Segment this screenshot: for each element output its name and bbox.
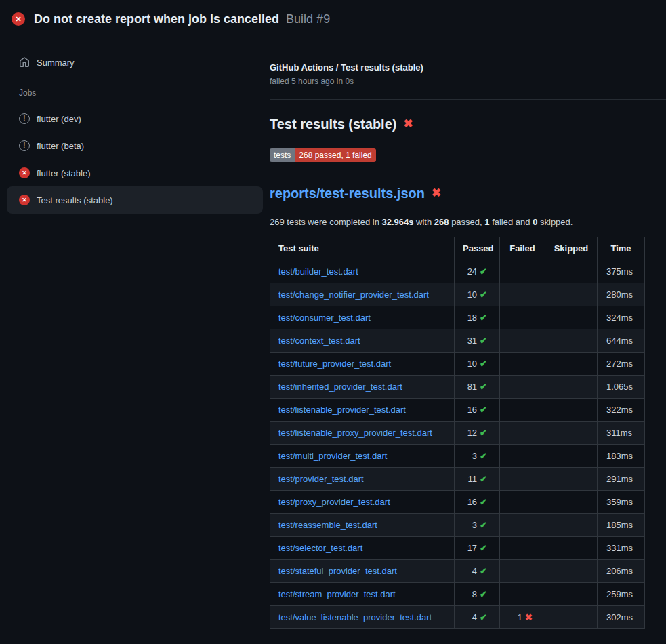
- sidebar-summary-label: Summary: [37, 58, 75, 68]
- section-title: Test results (stable) ✖: [270, 115, 666, 134]
- check-icon: ✔: [480, 474, 487, 484]
- time-cell: 359ms: [598, 491, 645, 514]
- test-suite-link[interactable]: test/selector_test.dart: [278, 543, 362, 553]
- check-icon: ✔: [480, 382, 487, 392]
- failed-cell: 1✖: [500, 606, 545, 629]
- suite-cell: test/change_notifier_provider_test.dart: [270, 283, 455, 306]
- test-suite-link[interactable]: test/context_test.dart: [278, 336, 360, 346]
- time-cell: 280ms: [598, 283, 645, 306]
- col-time: Time: [598, 237, 645, 260]
- suite-cell: test/value_listenable_provider_test.dart: [270, 606, 455, 629]
- time-cell: 291ms: [598, 468, 645, 491]
- badge-value: 268 passed, 1 failed: [295, 148, 375, 162]
- sidebar-item-flutter-dev[interactable]: ! flutter (dev): [7, 105, 263, 132]
- time-cell: 259ms: [598, 583, 645, 606]
- sidebar-item-summary[interactable]: Summary: [7, 49, 263, 76]
- test-suite-link[interactable]: test/inherited_provider_test.dart: [278, 382, 402, 392]
- build-number: Build #9: [286, 12, 330, 26]
- summary-duration: 32.964s: [381, 217, 413, 227]
- time-cell: 183ms: [598, 445, 645, 468]
- home-icon: [19, 57, 30, 68]
- test-suite-link[interactable]: test/consumer_test.dart: [278, 313, 371, 323]
- x-icon: ✖: [525, 612, 533, 622]
- test-suite-link[interactable]: test/future_provider_test.dart: [278, 359, 391, 369]
- failed-cell: [500, 422, 545, 445]
- sidebar-item-flutter-beta[interactable]: ! flutter (beta): [7, 132, 263, 159]
- summary-text: with: [413, 217, 434, 227]
- passed-cell: 31✔: [455, 329, 500, 353]
- report-file-link[interactable]: reports/test-results.json: [270, 184, 425, 203]
- test-suite-link[interactable]: test/value_listenable_provider_test.dart: [278, 612, 432, 622]
- test-suite-link[interactable]: test/stream_provider_test.dart: [278, 589, 396, 599]
- skipped-cell: [545, 399, 598, 422]
- skipped-cell: [545, 514, 598, 537]
- time-cell: 206ms: [598, 560, 645, 583]
- check-icon: ✔: [480, 313, 487, 323]
- check-icon: ✔: [480, 451, 487, 461]
- suite-cell: test/builder_test.dart: [270, 260, 455, 283]
- failed-cell: [500, 560, 545, 583]
- failed-cell: [500, 468, 545, 491]
- check-icon: ✔: [480, 566, 487, 576]
- col-skipped: Skipped: [545, 237, 598, 260]
- table-header-row: Test suite Passed Failed Skipped Time: [270, 237, 645, 260]
- passed-cell: 11✔: [455, 468, 500, 491]
- alert-circle-icon: !: [19, 140, 30, 151]
- passed-cell: 12✔: [455, 422, 500, 445]
- time-cell: 324ms: [598, 306, 645, 329]
- summary-line: 269 tests were completed in 32.964s with…: [270, 216, 666, 228]
- table-row: test/reassemble_test.dart3✔185ms: [270, 514, 645, 537]
- page: { "colors": { "background": "#0d1117", "…: [0, 0, 666, 644]
- main-content: GitHub Actions / Test results (stable) f…: [270, 38, 666, 629]
- check-icon: ✔: [480, 336, 487, 346]
- summary-text: passed,: [449, 217, 485, 227]
- test-suite-link[interactable]: test/listenable_provider_test.dart: [278, 405, 406, 415]
- test-suite-link[interactable]: test/change_notifier_provider_test.dart: [278, 289, 429, 300]
- skipped-cell: [545, 353, 598, 376]
- table-row: test/builder_test.dart24✔375ms: [270, 260, 645, 283]
- col-passed: Passed: [455, 237, 500, 260]
- time-cell: 331ms: [598, 537, 645, 560]
- check-icon: ✔: [480, 497, 487, 507]
- report-title: reports/test-results.json ✖: [270, 184, 666, 203]
- failed-cell: [500, 399, 545, 422]
- failed-cell: [500, 283, 545, 306]
- passed-cell: 3✔: [455, 514, 500, 537]
- passed-cell: 16✔: [455, 399, 500, 422]
- test-suite-link[interactable]: test/stateful_provider_test.dart: [278, 566, 397, 576]
- table-row: test/stateful_provider_test.dart4✔206ms: [270, 560, 645, 583]
- run-meta: failed 5 hours ago in 0s: [270, 77, 666, 87]
- failed-cell: [500, 583, 545, 606]
- test-suite-link[interactable]: test/proxy_provider_test.dart: [278, 497, 390, 507]
- skipped-cell: [545, 283, 598, 306]
- suite-cell: test/selector_test.dart: [270, 537, 455, 560]
- time-cell: 302ms: [598, 606, 645, 629]
- sidebar-item-test-results-stable[interactable]: ✕ Test results (stable): [7, 186, 263, 214]
- suite-cell: test/multi_provider_test.dart: [270, 445, 455, 468]
- section-title-text: Test results (stable): [270, 115, 396, 134]
- badge-label: tests: [270, 148, 295, 162]
- check-icon: ✔: [480, 543, 487, 553]
- test-suite-link[interactable]: test/reassemble_test.dart: [278, 520, 377, 530]
- x-circle-icon: ✕: [19, 167, 30, 178]
- check-icon: ✔: [480, 520, 487, 530]
- table-row: test/selector_test.dart17✔331ms: [270, 537, 645, 560]
- passed-cell: 4✔: [455, 606, 500, 629]
- skipped-cell: [545, 260, 598, 283]
- test-suite-link[interactable]: test/provider_test.dart: [278, 474, 364, 484]
- sidebar-item-label: flutter (beta): [37, 141, 84, 151]
- passed-cell: 8✔: [455, 583, 500, 606]
- time-cell: 272ms: [598, 353, 645, 376]
- table-row: test/multi_provider_test.dart3✔183ms: [270, 445, 645, 468]
- passed-cell: 3✔: [455, 445, 500, 468]
- skipped-cell: [545, 491, 598, 514]
- sidebar-item-flutter-stable[interactable]: ✕ flutter (stable): [7, 159, 263, 186]
- skipped-cell: [545, 306, 598, 329]
- test-suite-link[interactable]: test/listenable_proxy_provider_test.dart: [278, 428, 432, 438]
- skipped-cell: [545, 376, 598, 399]
- test-suite-link[interactable]: test/multi_provider_test.dart: [278, 451, 387, 461]
- passed-cell: 17✔: [455, 537, 500, 560]
- summary-failed-count: 1: [484, 217, 489, 227]
- passed-cell: 16✔: [455, 491, 500, 514]
- test-suite-link[interactable]: test/builder_test.dart: [278, 266, 358, 277]
